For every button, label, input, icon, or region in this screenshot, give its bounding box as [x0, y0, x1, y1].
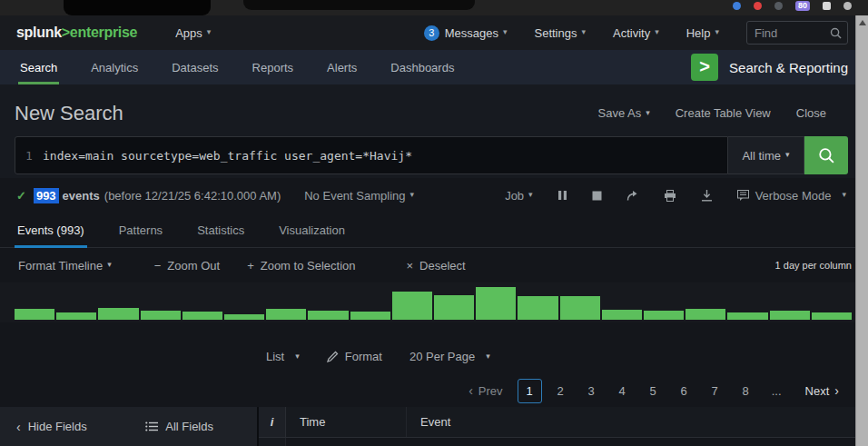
page-button-1[interactable]: 1 [518, 379, 542, 403]
query-text[interactable]: index=main sourcetype=web_traffic user_a… [43, 149, 412, 163]
format-timeline-menu[interactable]: Format Timeline▾ [18, 259, 112, 273]
messages-menu[interactable]: 3 Messages▾ [424, 25, 508, 41]
fields-sidebar: ‹ Hide Fields All Fields [0, 407, 257, 446]
nav-item-analytics[interactable]: Analytics [89, 50, 140, 84]
zoom-to-selection-button[interactable]: +Zoom to Selection [247, 259, 355, 273]
page-title: New Search [15, 102, 123, 125]
timeline-bar[interactable] [56, 312, 96, 320]
timeline-bar[interactable] [518, 296, 557, 320]
extension-badge[interactable]: 80 [795, 1, 810, 11]
chevron-down-icon: ▾ [207, 27, 212, 36]
page-button-7[interactable]: 7 [703, 379, 727, 403]
results-tab-visualization[interactable]: Visualization [276, 213, 348, 247]
save-as-button[interactable]: Save As▾ [597, 106, 649, 120]
minus-icon: − [154, 259, 162, 273]
timeline-bar[interactable] [308, 311, 348, 320]
search-mode-menu[interactable]: Verbose Mode▾ [737, 189, 846, 203]
timeline-bar[interactable] [224, 314, 264, 320]
timeline-bar[interactable] [350, 312, 390, 320]
all-fields-button[interactable]: All Fields [145, 420, 213, 433]
browser-tab-secondary[interactable] [243, 0, 475, 10]
search-icon [818, 147, 835, 164]
timeline-bar[interactable] [770, 311, 810, 320]
nav-item-dashboards[interactable]: Dashboards [389, 50, 456, 84]
timeline-bar[interactable] [98, 308, 138, 320]
timeline-bar[interactable] [644, 311, 684, 320]
extension-icon[interactable] [733, 2, 741, 10]
results-tab-patterns[interactable]: Patterns [116, 213, 165, 247]
print-button[interactable] [664, 190, 676, 202]
list-view-menu[interactable]: List▾ [266, 350, 300, 363]
pencil-icon [327, 351, 339, 362]
per-page-menu[interactable]: 20 Per Page▾ [409, 350, 490, 363]
prev-page-button[interactable]: ‹Prev [469, 383, 502, 398]
find-input[interactable] [755, 26, 830, 40]
activity-menu[interactable]: Activity▾ [613, 26, 659, 40]
extension-icon[interactable] [774, 2, 783, 10]
event-column-header: Event [407, 407, 868, 437]
timeline-bar[interactable] [602, 310, 642, 320]
results-tab-events-993[interactable]: Events (993) [15, 213, 87, 247]
nav-item-reports[interactable]: Reports [251, 50, 296, 84]
page-button-5[interactable]: 5 [641, 379, 666, 403]
zoom-out-button[interactable]: −Zoom Out [154, 259, 220, 273]
timeline-bar[interactable] [560, 296, 600, 320]
chevron-left-icon: ‹ [469, 383, 473, 398]
event-sampling-menu[interactable]: No Event Sampling▾ [304, 189, 414, 203]
close-icon: × [407, 259, 414, 273]
scroll-up-arrow-icon[interactable] [859, 20, 866, 25]
browser-tab[interactable] [64, 0, 211, 15]
nav-item-alerts[interactable]: Alerts [325, 50, 359, 84]
stop-button[interactable] [592, 191, 602, 201]
profile-avatar[interactable] [843, 2, 852, 10]
create-table-view-button[interactable]: Create Table View [676, 106, 771, 120]
nav-item-datasets[interactable]: Datasets [170, 50, 220, 84]
find-search-box[interactable] [746, 21, 848, 45]
chevron-down-icon: ▾ [646, 108, 650, 117]
nav-item-search[interactable]: Search [18, 50, 59, 84]
timeline-bar[interactable] [686, 309, 725, 320]
timeline-bar[interactable] [392, 292, 432, 320]
timeline-bar[interactable] [141, 311, 181, 320]
page-button-2[interactable]: 2 [548, 379, 573, 403]
vertical-scrollbar[interactable] [855, 15, 868, 446]
apps-menu[interactable]: Apps▾ [175, 26, 211, 40]
event-timeline-histogram[interactable] [0, 282, 868, 322]
splunk-logo[interactable]: splunk>enterprise [16, 25, 137, 41]
run-search-button[interactable] [804, 136, 848, 174]
page-button-6[interactable]: 6 [672, 379, 696, 403]
timeline-bar[interactable] [434, 295, 474, 320]
job-menu[interactable]: Job▾ [505, 189, 533, 203]
timeline-bar[interactable] [182, 312, 222, 320]
page-button-8[interactable]: 8 [734, 379, 758, 403]
pause-button[interactable] [557, 190, 567, 201]
extension-icon[interactable] [823, 2, 831, 10]
events-word: events [63, 189, 100, 203]
record-icon[interactable] [754, 2, 762, 10]
format-menu[interactable]: Format [327, 350, 382, 363]
column-scale-label: 1 day per column [775, 260, 852, 271]
hide-fields-button[interactable]: ‹ Hide Fields [16, 420, 87, 434]
timeline-bar[interactable] [812, 312, 852, 320]
timeline-bar[interactable] [476, 287, 516, 320]
search-reporting-app-icon[interactable]: > [691, 54, 718, 81]
help-menu[interactable]: Help▾ [686, 26, 719, 40]
page-button-3[interactable]: 3 [579, 379, 604, 403]
results-tab-statistics[interactable]: Statistics [194, 213, 247, 247]
event-count-selected: 993 [34, 188, 59, 203]
events-table: i Time Event [257, 407, 868, 446]
close-button[interactable]: Close [796, 106, 826, 120]
timeline-bar[interactable] [15, 309, 54, 320]
export-button[interactable] [701, 190, 713, 202]
timeline-bar[interactable] [266, 309, 306, 320]
page-button-4[interactable]: 4 [610, 379, 635, 403]
timeline-bar[interactable] [727, 312, 767, 320]
settings-menu[interactable]: Settings▾ [535, 26, 587, 40]
time-column-header: Time [286, 407, 407, 437]
next-page-button[interactable]: Next› [805, 383, 839, 398]
time-range-picker[interactable]: All time▾ [728, 136, 804, 174]
deselect-button[interactable]: ×Deselect [407, 259, 466, 273]
splunk-topbar: splunk>enterprise Apps▾ 3 Messages▾ Sett… [0, 15, 868, 50]
share-button[interactable] [626, 190, 639, 202]
search-query-input[interactable]: 1 index=main sourcetype=web_traffic user… [15, 136, 728, 174]
